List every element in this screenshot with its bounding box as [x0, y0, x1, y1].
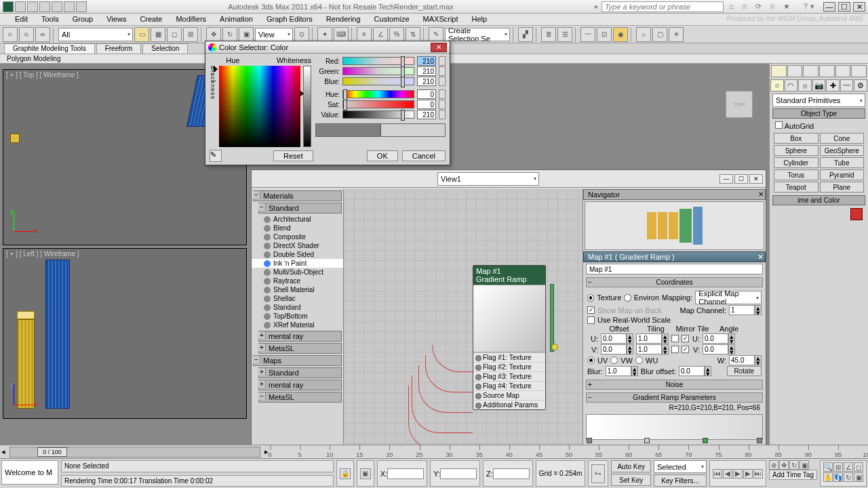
tab-modify[interactable]	[787, 65, 803, 77]
node-map1-outbar[interactable]	[550, 284, 554, 352]
tab-utilities[interactable]	[851, 65, 867, 77]
maxscript-listener[interactable]: Welcome to M	[1, 460, 58, 485]
bind-icon[interactable]: ∞	[35, 27, 50, 42]
rollout-coordinates[interactable]: Coordinates	[586, 277, 763, 287]
slate-min-button[interactable]: —	[719, 174, 733, 184]
offset-v[interactable]	[601, 344, 627, 354]
next-frame-icon[interactable]: ▶	[743, 469, 753, 479]
play-icon[interactable]: ▶	[733, 469, 743, 479]
material-editor-icon[interactable]: ◉	[613, 27, 628, 42]
create-category-combo[interactable]: Standard Primitives	[772, 94, 865, 107]
vnav-pan-icon[interactable]: ✋	[823, 472, 833, 482]
green-value[interactable]	[417, 66, 436, 76]
angle-w[interactable]	[729, 355, 755, 365]
viewcube[interactable]: TOP	[726, 91, 753, 118]
rotate-button[interactable]: Rotate	[727, 366, 762, 376]
keyfilter-combo[interactable]: Selected	[654, 460, 707, 473]
angle-snap-icon[interactable]: ∠	[373, 27, 388, 42]
mapping-combo[interactable]: Explicit Map Channel	[695, 291, 762, 304]
named-sel-combo[interactable]: Create Selection Se	[445, 28, 510, 41]
subtab-spacewarps[interactable]: 〰	[840, 79, 854, 92]
menu-modifiers[interactable]: Modifiers	[169, 14, 213, 25]
menu-group[interactable]: Group	[66, 14, 100, 25]
tab-motion[interactable]	[819, 65, 835, 77]
select-rect-icon[interactable]: ◻	[167, 27, 182, 42]
render-setup-icon[interactable]: ☼	[636, 27, 651, 42]
vnav-zoomall-icon[interactable]: ⊞	[833, 462, 843, 472]
value-value[interactable]	[417, 110, 436, 119]
slot-flag3[interactable]: Flag #3: Texture	[473, 371, 545, 381]
vnav-zoom-icon[interactable]: 🔍	[823, 462, 833, 472]
radio-uv[interactable]	[587, 357, 595, 364]
tab-display[interactable]	[835, 65, 851, 77]
navigator-header[interactable]: Navigator✕	[583, 189, 766, 200]
eyedropper-icon[interactable]: ✎	[210, 150, 222, 162]
app-icon[interactable]	[3, 1, 14, 12]
bluroffset-spinner[interactable]	[679, 366, 705, 376]
rollout-gradramp[interactable]: Gradient Ramp Parameters	[586, 392, 763, 403]
move-icon[interactable]: ✥	[206, 27, 221, 42]
slot-flag1[interactable]: Flag #1: Texture	[473, 352, 545, 362]
prev-frame-icon[interactable]: ◀	[723, 469, 732, 479]
ok-button[interactable]: OK	[367, 150, 398, 161]
check-showmap[interactable]: ✓	[587, 306, 595, 314]
slot-flag4[interactable]: Flag #4: Texture	[473, 381, 545, 390]
viewport-top-label[interactable]: [ + ] [ Top ] [ Wireframe ]	[6, 71, 79, 79]
cancel-button[interactable]: Cancel	[402, 150, 446, 161]
nav2-icon[interactable]: ✥	[779, 460, 789, 470]
value-slider[interactable]	[342, 110, 414, 119]
new-icon[interactable]	[15, 1, 26, 12]
maximize-button[interactable]: ☐	[838, 2, 850, 12]
rollout-noise[interactable]: Noise	[586, 380, 763, 390]
navigator-view[interactable]	[585, 201, 764, 250]
tile-u[interactable]: ✓	[682, 335, 689, 342]
select-link-icon[interactable]: ⎌	[3, 27, 18, 42]
object-color-swatch[interactable]	[850, 208, 863, 220]
render-icon[interactable]: ☀	[669, 27, 684, 42]
viewport-left[interactable]: [ + ] [ Left ] [ Wireframe ] xz	[3, 248, 247, 419]
tab-freeform[interactable]: Freeform	[96, 43, 142, 54]
mat-architectural[interactable]: Architectural	[252, 215, 343, 224]
link-icon[interactable]	[76, 1, 87, 12]
map-name-field[interactable]	[586, 264, 763, 274]
scale-icon[interactable]: ▣	[239, 27, 254, 42]
nav4-icon[interactable]: ▣	[800, 460, 809, 470]
mat-blend[interactable]: Blend	[252, 224, 343, 232]
vnav-region-icon[interactable]: ◻	[854, 462, 863, 472]
vnav-fov-icon[interactable]: ∠	[844, 462, 853, 472]
time-slider-track[interactable]: 0 / 100	[9, 447, 260, 458]
nav1-icon[interactable]: ⊕	[769, 460, 778, 470]
radio-vw[interactable]	[610, 357, 618, 364]
menu-create[interactable]: Create	[133, 14, 169, 25]
tab-hierarchy[interactable]	[803, 65, 818, 77]
time-ruler[interactable]: 0510152025303540455055606570758085909510…	[270, 446, 868, 458]
mat-directx[interactable]: DirectX Shader	[252, 241, 343, 250]
tab-create[interactable]	[771, 65, 787, 77]
check-realworld[interactable]	[587, 317, 595, 324]
subtab-cameras[interactable]: 📷	[812, 79, 826, 92]
spinner-snap-icon[interactable]: ⇅	[406, 27, 420, 42]
open-icon[interactable]	[27, 1, 38, 12]
subtab-systems[interactable]: ⚙	[854, 79, 867, 92]
mat-doublesided[interactable]: Double Sided	[252, 250, 343, 259]
node-canvas[interactable]: Map #1Gradient Ramp Flag #1: Texture Fla…	[344, 189, 583, 488]
snap-icon[interactable]: ≡	[357, 27, 372, 42]
menu-maxscript[interactable]: MAXScript	[416, 14, 465, 25]
red-slider[interactable]	[342, 57, 414, 65]
help-search[interactable]	[601, 1, 724, 12]
vnav-walk-icon[interactable]: 👣	[833, 472, 843, 482]
vnav-orbit-icon[interactable]: ↻	[844, 472, 853, 482]
rotate-icon[interactable]: ↻	[222, 27, 237, 42]
menu-edit[interactable]: Edit	[8, 14, 35, 25]
select-icon[interactable]: ▭	[134, 27, 149, 42]
tiling-v[interactable]	[636, 344, 662, 354]
subtab-geometry[interactable]: ○	[770, 79, 784, 92]
transform-x[interactable]	[387, 468, 424, 479]
curve-editor-icon[interactable]: 〰	[580, 27, 595, 42]
node-map1[interactable]: Map #1Gradient Ramp Flag #1: Texture Fla…	[473, 265, 546, 410]
mat-topbottom[interactable]: Top/Bottom	[252, 312, 343, 321]
radio-wu[interactable]	[635, 357, 643, 364]
mat-xref[interactable]: XRef Material	[252, 321, 343, 329]
tab-selection[interactable]: Selection	[142, 43, 188, 54]
hue-value[interactable]	[417, 89, 436, 99]
